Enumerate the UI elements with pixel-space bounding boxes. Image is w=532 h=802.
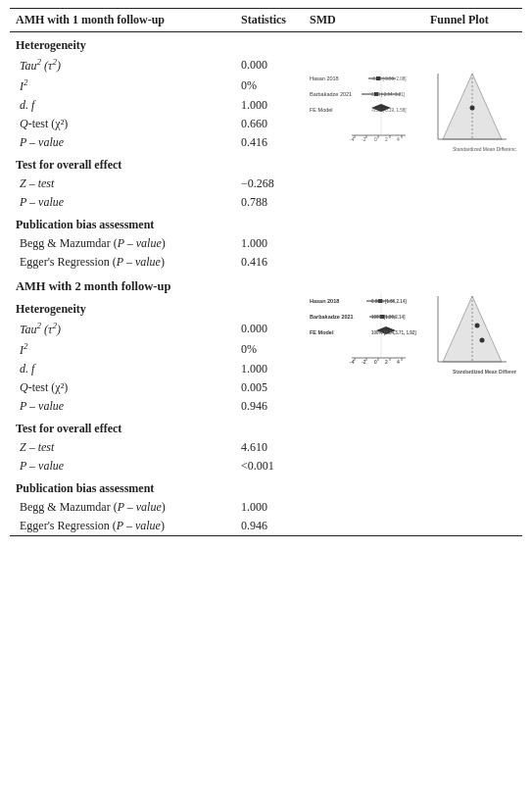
egger-value-2: 0.946 bbox=[235, 517, 304, 536]
pvalue1-value-1: 0.416 bbox=[235, 133, 304, 152]
ztest-row-1: Z – test −0.268 bbox=[10, 175, 522, 193]
svg-text:Standardized Mean Difference: Standardized Mean Difference bbox=[453, 369, 516, 375]
col-header-stats: Statistics bbox=[235, 9, 304, 32]
pvalue1-row-2: P – value 0.946 bbox=[10, 397, 522, 416]
svg-text:-4: -4 bbox=[350, 359, 355, 365]
svg-text:Hasan 2018: Hasan 2018 bbox=[310, 75, 339, 81]
svg-text:4: 4 bbox=[397, 359, 400, 365]
i2-value-2: 0% bbox=[235, 339, 304, 360]
pvalue2-row-1: P – value 0.788 bbox=[10, 193, 522, 212]
pvalue2-label-2: P – value bbox=[10, 457, 235, 476]
pvalue2-value-2: <0.001 bbox=[235, 457, 304, 476]
svg-text:FE Model: FE Model bbox=[310, 329, 334, 335]
egger-value-1: 0.416 bbox=[235, 253, 304, 272]
df-value-2: 1.000 bbox=[235, 360, 304, 378]
svg-text:-2: -2 bbox=[362, 136, 366, 142]
ztest-value-2: 4.610 bbox=[235, 438, 304, 457]
pvalue2-row-2: P – value <0.001 bbox=[10, 457, 522, 476]
svg-text:100% [1.50,2.14]: 100% [1.50,2.14] bbox=[371, 315, 406, 320]
pvalue1-label-2: P – value bbox=[10, 397, 235, 416]
ztest-label-2: Z – test bbox=[10, 438, 235, 457]
svg-text:0.96% [1.50,2.14]: 0.96% [1.50,2.14] bbox=[371, 299, 407, 304]
begg-label-2: Begg & Mazumdar (P – value) bbox=[10, 498, 235, 517]
section2-title-row: AMH with 2 month follow-up Hasan 2018 Ba… bbox=[10, 272, 522, 296]
svg-text:FE Model: FE Model bbox=[310, 107, 333, 113]
svg-text:-0.74 [-3.56, 2.08]: -0.74 [-3.56, 2.08] bbox=[371, 76, 407, 81]
svg-point-59 bbox=[480, 338, 485, 343]
qtest-value-2: 0.005 bbox=[235, 378, 304, 397]
begg-value-1: 1.000 bbox=[235, 234, 304, 253]
begg-row-2: Begg & Mazumdar (P – value) 1.000 bbox=[10, 498, 522, 517]
svg-point-58 bbox=[475, 324, 480, 328]
egger-row-1: Egger's Regression (P – value) 0.416 bbox=[10, 253, 522, 272]
df-value-1: 1.000 bbox=[235, 96, 304, 115]
df-label-2: d. f bbox=[10, 360, 235, 378]
i2-label-2: I2 bbox=[10, 339, 235, 360]
svg-text:Barbakadze 2021: Barbakadze 2021 bbox=[310, 314, 354, 320]
tau2-value-2: 0.000 bbox=[235, 319, 304, 339]
egger-label-2: Egger's Regression (P – value) bbox=[10, 517, 235, 536]
forest-plot-2: Hasan 2018 Barbakadze 2021 FE Model bbox=[304, 272, 424, 397]
pvalue1-label-1: P – value bbox=[10, 133, 235, 152]
begg-value-2: 1.000 bbox=[235, 498, 304, 517]
svg-text:-2: -2 bbox=[362, 359, 366, 365]
pub-bias-header-2: Publication bias assessment bbox=[10, 476, 522, 498]
svg-text:0: 0 bbox=[374, 136, 377, 142]
ztest-row-2: Z – test 4.610 bbox=[10, 438, 522, 457]
svg-point-27 bbox=[470, 106, 475, 111]
qtest-label-1: Q-test (χ²) bbox=[10, 115, 235, 133]
begg-row-1: Begg & Mazumdar (P – value) 1.000 bbox=[10, 234, 522, 253]
col-header-smd: SMD bbox=[304, 9, 424, 32]
svg-text:0.33 [-2.54, 3.21]: 0.33 [-2.54, 3.21] bbox=[371, 92, 405, 97]
svg-rect-31 bbox=[308, 291, 420, 379]
tau2-value-1: 0.000 bbox=[235, 55, 304, 75]
svg-text:Hasan 2018: Hasan 2018 bbox=[310, 298, 339, 304]
svg-text:-0.20 [-0.19, 1.58]: -0.20 [-0.19, 1.58] bbox=[371, 108, 407, 113]
i2-label-1: I2 bbox=[10, 75, 235, 96]
qtest-value-1: 0.660 bbox=[235, 115, 304, 133]
svg-text:2: 2 bbox=[385, 359, 388, 365]
section2-title: AMH with 2 month follow-up bbox=[10, 272, 304, 296]
funnel-plot-1: Standardized Mean Difference bbox=[424, 55, 522, 175]
svg-text:4: 4 bbox=[397, 136, 400, 142]
pvalue1-value-2: 0.946 bbox=[235, 397, 304, 416]
funnel-plot-2: Standardized Mean Difference bbox=[424, 272, 522, 397]
svg-text:0: 0 bbox=[374, 359, 377, 365]
tau2-row-1: Tau2 (τ2) 0.000 Hasan 2018 Barbakadze 20… bbox=[10, 55, 522, 75]
heterogeneity-header-1: Heterogeneity bbox=[10, 32, 522, 56]
tau2-label-1: Tau2 (τ2) bbox=[10, 55, 235, 75]
qtest-label-2: Q-test (χ²) bbox=[10, 378, 235, 397]
col-header-funnel: Funnel Plot bbox=[424, 9, 522, 32]
pvalue2-label-1: P – value bbox=[10, 193, 235, 212]
df-label-1: d. f bbox=[10, 96, 235, 115]
pvalue2-value-1: 0.788 bbox=[235, 193, 304, 212]
svg-text:100% [1.34,3.71, 1.92]: 100% [1.34,3.71, 1.92] bbox=[371, 330, 416, 335]
tau2-label-2: Tau2 (τ2) bbox=[10, 319, 235, 339]
col-header-label: AMH with 1 month follow-up bbox=[10, 9, 235, 32]
egger-label-1: Egger's Regression (P – value) bbox=[10, 253, 235, 272]
svg-text:-4: -4 bbox=[350, 136, 355, 142]
svg-text:Standardized Mean Difference: Standardized Mean Difference bbox=[453, 146, 516, 152]
main-container: AMH with 1 month follow-up Statistics SM… bbox=[0, 0, 532, 544]
egger-row-2: Egger's Regression (P – value) 0.946 bbox=[10, 517, 522, 536]
i2-value-1: 0% bbox=[235, 75, 304, 96]
ztest-value-1: −0.268 bbox=[235, 175, 304, 193]
pub-bias-header-1: Publication bias assessment bbox=[10, 212, 522, 234]
begg-label-1: Begg & Mazumdar (P – value) bbox=[10, 234, 235, 253]
ztest-label-1: Z – test bbox=[10, 175, 235, 193]
svg-rect-0 bbox=[308, 69, 420, 157]
svg-text:2: 2 bbox=[385, 136, 388, 142]
svg-text:Barbakadze 2021: Barbakadze 2021 bbox=[310, 91, 352, 97]
forest-plot-1: Hasan 2018 Barbakadze 2021 FE Model bbox=[304, 55, 424, 175]
overall-header-2: Test for overall effect bbox=[10, 416, 522, 438]
